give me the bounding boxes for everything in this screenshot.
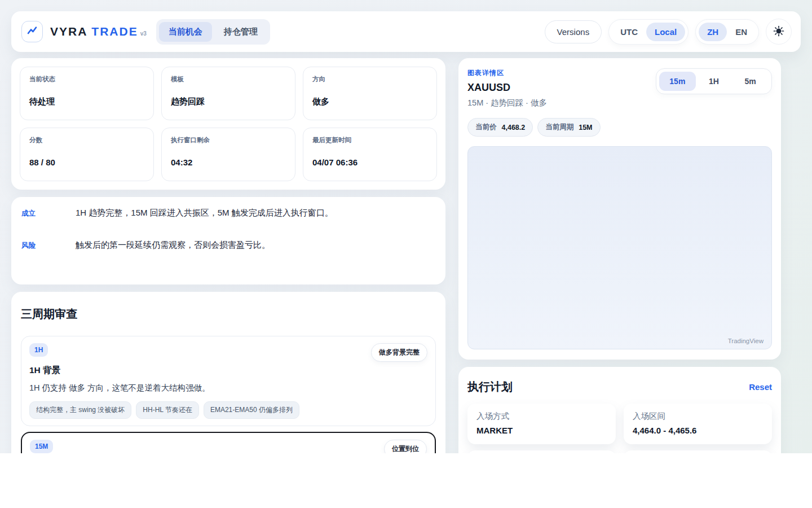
field-label: 入场方式 <box>476 411 607 422</box>
brand-version: v3 <box>140 30 147 37</box>
tab-current-opportunity[interactable]: 当前机会 <box>159 22 212 42</box>
field-value: MARKET <box>476 426 607 435</box>
pill-value: 15M <box>579 124 592 132</box>
review-tags: 结构完整，主 swing 没被破坏 HH-HL 节奏还在 EMA21-EMA50… <box>29 401 427 419</box>
versions-button[interactable]: Versions <box>545 20 602 43</box>
tradingview-chart-area[interactable]: TradingView <box>467 146 772 349</box>
pill-label: 当前价 <box>475 122 497 132</box>
entry-range-field: 入场区间 4,464.0 - 4,465.6 <box>624 404 772 444</box>
language-en-option[interactable]: EN <box>727 23 756 41</box>
review-heading: 1H 背景 <box>29 365 427 376</box>
stat-direction: 方向 做多 <box>303 67 437 120</box>
stat-last-updated: 最后更新时间 04/07 06:36 <box>303 128 437 181</box>
trend-up-icon <box>26 24 38 39</box>
brand-part2: TRADE <box>91 25 138 38</box>
brand-logo <box>21 21 43 42</box>
timeframe-badge: 15M <box>30 440 53 453</box>
plan-title: 执行计划 <box>467 379 513 395</box>
thesis-row-setup: 成立 1H 趋势完整，15M 回踩进入共振区，5M 触发完成后进入执行窗口。 <box>21 208 435 218</box>
reset-button[interactable]: Reset <box>749 382 772 392</box>
language-toggle: ZH EN <box>695 19 759 45</box>
stat-template: 模板 趋势回踩 <box>161 67 295 120</box>
top-header: VYRA TRADE v3 当前机会 持仓管理 Versions UTC Loc… <box>11 11 801 52</box>
sun-icon <box>773 25 784 38</box>
chart-header-left: 图表详情区 XAUUSD 15M · 趋势回踩 · 做多 <box>467 68 547 108</box>
stat-label: 方向 <box>312 75 427 84</box>
timezone-local-option[interactable]: Local <box>646 23 685 41</box>
three-cycle-review-card: 三周期审查 1H 做多背景完整 1H 背景 1H 仍支持 做多 方向，这笔不是逆… <box>11 292 445 453</box>
chart-section-label: 图表详情区 <box>467 68 547 78</box>
pill-label: 当前周期 <box>545 122 573 132</box>
main-nav-tabs: 当前机会 持仓管理 <box>156 19 270 45</box>
field-label: 入场区间 <box>633 411 763 422</box>
stat-label: 当前状态 <box>29 75 144 84</box>
current-price-pill: 当前价 4,468.2 <box>467 118 533 137</box>
stat-value: 做多 <box>312 97 427 107</box>
review-card-1h[interactable]: 1H 做多背景完整 1H 背景 1H 仍支持 做多 方向，这笔不是逆着大结构强做… <box>21 336 436 426</box>
chart-symbol: XAUUSD <box>467 82 547 94</box>
thesis-label: 风险 <box>21 240 76 251</box>
review-tag: EMA21-EMA50 仍偏多排列 <box>204 401 299 419</box>
timeframe-15m-button[interactable]: 15m <box>659 72 696 91</box>
review-tag: 结构完整，主 swing 没被破坏 <box>29 401 131 419</box>
app-background: VYRA TRADE v3 当前机会 持仓管理 Versions UTC Loc… <box>0 0 812 453</box>
current-cycle-pill: 当前周期 15M <box>537 118 600 137</box>
chart-header: 图表详情区 XAUUSD 15M · 趋势回踩 · 做多 15m 1H 5m <box>467 68 772 108</box>
right-column: 图表详情区 XAUUSD 15M · 趋势回踩 · 做多 15m 1H 5m 当… <box>458 58 781 453</box>
review-text: 1H 仍支持 做多 方向，这笔不是逆着大结构强做。 <box>29 383 427 393</box>
status-summary-card: 当前状态 待处理 模板 趋势回踩 方向 做多 分数 88 / 80 执行窗口剩余 <box>11 58 445 190</box>
field-value: 4,464.0 - 4,465.6 <box>633 426 763 435</box>
pill-value: 4,468.2 <box>502 124 526 132</box>
chart-info-pills: 当前价 4,468.2 当前周期 15M <box>467 118 772 137</box>
stat-current-status: 当前状态 待处理 <box>20 67 154 120</box>
timeframe-1h-button[interactable]: 1H <box>696 72 732 91</box>
header-controls: Versions UTC Local ZH EN <box>545 19 792 45</box>
review-card-15m-head: 15M 位置到位 <box>30 440 427 453</box>
thesis-card: 成立 1H 趋势完整，15M 回踩进入共振区，5M 触发完成后进入执行窗口。 风… <box>11 197 445 284</box>
stat-value: 趋势回踩 <box>171 97 286 107</box>
theme-toggle-button[interactable] <box>766 19 792 45</box>
tradingview-attribution: TradingView <box>728 338 764 344</box>
stat-label: 最后更新时间 <box>312 136 427 144</box>
thesis-row-risk: 风险 触发后的第一段延续仍需观察，否则会损害盈亏比。 <box>21 240 435 251</box>
review-tag: HH-HL 节奏还在 <box>136 401 199 419</box>
review-card-15m[interactable]: 15M 位置到位 15M 位置 <box>21 432 436 453</box>
review-title: 三周期审查 <box>21 306 436 322</box>
stat-label: 模板 <box>171 75 286 84</box>
stat-score: 分数 88 / 80 <box>20 128 154 181</box>
status-badge: 位置到位 <box>384 440 427 453</box>
chart-subtitle: 15M · 趋势回踩 · 做多 <box>467 98 547 108</box>
main-content: 当前状态 待处理 模板 趋势回踩 方向 做多 分数 88 / 80 执行窗口剩余 <box>11 58 801 453</box>
brand-part1: VYRA <box>50 25 87 38</box>
language-zh-option[interactable]: ZH <box>699 23 727 41</box>
execution-plan-card: 执行计划 Reset 入场方式 MARKET 入场区间 4,464.0 - 4,… <box>458 367 781 453</box>
stat-value: 04:32 <box>171 157 286 167</box>
stat-label: 分数 <box>29 136 144 144</box>
thesis-label: 成立 <box>21 208 76 218</box>
thesis-text: 触发后的第一段延续仍需观察，否则会损害盈亏比。 <box>76 240 270 251</box>
status-badge: 做多背景完整 <box>371 343 427 362</box>
chart-detail-card: 图表详情区 XAUUSD 15M · 趋势回踩 · 做多 15m 1H 5m 当… <box>458 58 781 360</box>
timeframe-badge: 1H <box>29 343 48 357</box>
entry-method-field: 入场方式 MARKET <box>467 404 616 444</box>
stat-value: 88 / 80 <box>29 157 144 167</box>
plan-field-cutoff <box>624 450 772 453</box>
stat-value: 待处理 <box>29 97 144 107</box>
brand-name: VYRA TRADE v3 <box>50 25 147 38</box>
plan-field-cutoff <box>467 450 616 453</box>
timezone-utc-option[interactable]: UTC <box>612 23 646 41</box>
stat-window-remaining: 执行窗口剩余 04:32 <box>161 128 295 181</box>
stat-value: 04/07 06:36 <box>312 157 427 167</box>
plan-fields: 入场方式 MARKET 入场区间 4,464.0 - 4,465.6 <box>467 404 772 444</box>
stat-label: 执行窗口剩余 <box>171 136 286 144</box>
tab-position-management[interactable]: 持仓管理 <box>214 22 267 42</box>
plan-fields-cutoff-row <box>467 450 772 453</box>
thesis-text: 1H 趋势完整，15M 回踩进入共振区，5M 触发完成后进入执行窗口。 <box>76 208 333 218</box>
timezone-toggle: UTC Local <box>608 19 689 45</box>
plan-header: 执行计划 Reset <box>467 379 772 395</box>
review-card-1h-head: 1H 做多背景完整 <box>29 343 427 362</box>
timeframe-selector: 15m 1H 5m <box>656 68 772 94</box>
timeframe-5m-button[interactable]: 5m <box>732 72 769 91</box>
left-column: 当前状态 待处理 模板 趋势回踩 方向 做多 分数 88 / 80 执行窗口剩余 <box>11 58 445 453</box>
